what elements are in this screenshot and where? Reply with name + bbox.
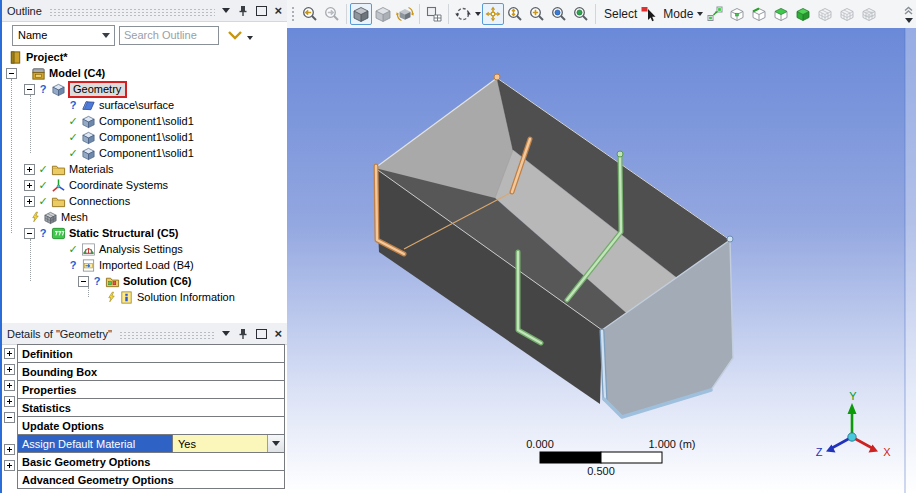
tree-item-model[interactable]: Model (C4) — [2, 65, 285, 81]
viewports-button[interactable] — [423, 3, 445, 25]
expand-expander[interactable] — [24, 164, 35, 175]
tree-item-solid1[interactable]: ✓ Component1\solid1 — [2, 113, 285, 129]
details-expander-update-options[interactable] — [4, 412, 15, 423]
details-expander-properties[interactable] — [4, 380, 15, 391]
question-status-icon: ? — [37, 227, 49, 239]
close-icon[interactable]: × — [274, 329, 282, 339]
mode-label[interactable]: Mode — [663, 7, 693, 21]
mesh-icon — [43, 210, 58, 225]
collapse-expander[interactable] — [24, 84, 35, 95]
toolbar-separator — [419, 4, 420, 24]
x-axis-label: X — [883, 446, 891, 458]
tree-item-imported-load[interactable]: ? Imported Load (B4) — [2, 257, 285, 273]
lightning-status-icon — [30, 211, 41, 223]
box-zoom-button[interactable] — [526, 3, 548, 25]
pan-button[interactable] — [482, 3, 504, 25]
extend-selection-button[interactable] — [704, 3, 726, 25]
mode-dropdown-caret[interactable] — [696, 3, 704, 25]
zoom-to-fit-button[interactable] — [548, 3, 570, 25]
close-icon[interactable]: × — [274, 6, 282, 16]
tree-item-static-structural[interactable]: ? Static Structural (C5) — [2, 225, 285, 241]
viewport-right-frame — [905, 28, 916, 493]
toolbar-drag-handle[interactable] — [291, 6, 296, 22]
select-mesh-element-face-button[interactable] — [836, 3, 858, 25]
shaded-exterior-view-button[interactable] — [350, 3, 372, 25]
panel-header-texture — [49, 8, 216, 16]
float-window-icon[interactable] — [256, 6, 267, 16]
graphics-toolbar: Select Mode — [287, 0, 916, 28]
tree-item-solid2[interactable]: ✓ Component1\solid1 — [2, 129, 285, 145]
search-input[interactable] — [119, 26, 219, 45]
details-expander-basic-geometry-options[interactable] — [4, 444, 15, 455]
details-category-update-options[interactable]: Update Options — [17, 416, 285, 435]
wireframe-view-button[interactable] — [372, 3, 394, 25]
details-category-basic-geometry-options[interactable]: Basic Geometry Options — [17, 452, 285, 471]
select-edge-button[interactable] — [748, 3, 770, 25]
details-panel-title: Details of "Geometry" — [7, 328, 112, 340]
tree-item-solution[interactable]: ? Solution (C6) — [2, 273, 285, 289]
details-expander-statistics[interactable] — [4, 396, 15, 407]
property-label-assign-default-material[interactable]: Assign Default Material — [18, 435, 172, 452]
check-status-icon: ✓ — [67, 131, 79, 144]
details-expander-advanced-geometry-options[interactable] — [4, 460, 15, 471]
annotation-highlight-box: Geometry — [68, 81, 127, 98]
graphics-viewport[interactable]: 0.000 1.000 (m) 0.500 Y X Z — [287, 28, 916, 493]
expand-expander[interactable] — [24, 180, 35, 191]
details-category-definition[interactable]: Definition — [17, 344, 285, 363]
dropdown-button[interactable] — [267, 435, 284, 452]
tree-item-project[interactable]: Project* — [2, 49, 285, 65]
pin-icon[interactable] — [237, 5, 249, 17]
collapse-expander[interactable] — [6, 68, 17, 79]
float-window-icon[interactable] — [256, 329, 267, 339]
zoom-button[interactable] — [504, 3, 526, 25]
tree-item-solid3[interactable]: ✓ Component1\solid1 — [2, 145, 285, 161]
select-face-button[interactable] — [770, 3, 792, 25]
details-category-bounding-box[interactable]: Bounding Box — [17, 362, 285, 381]
toolbar-options-caret-icon[interactable] — [905, 18, 913, 23]
select-mesh-element-button[interactable] — [858, 3, 880, 25]
details-category-advanced-geometry-options[interactable]: Advanced Geometry Options — [17, 470, 285, 489]
check-status-icon: ✓ — [67, 115, 79, 128]
coordinate-systems-icon — [51, 178, 66, 193]
details-category-properties[interactable]: Properties — [17, 380, 285, 399]
rotate-dropdown-caret[interactable] — [474, 3, 482, 25]
collapse-expander[interactable] — [24, 228, 35, 239]
filter-type-dropdown[interactable]: Name — [12, 25, 115, 46]
search-options-caret-icon[interactable] — [247, 36, 253, 40]
rotate-cube-button[interactable] — [394, 3, 416, 25]
previous-view-button[interactable] — [299, 3, 321, 25]
expand-expander[interactable] — [24, 196, 35, 207]
select-body-button[interactable] — [792, 3, 814, 25]
panel-menu-caret-icon[interactable] — [222, 8, 230, 13]
tree-item-solution-information[interactable]: Solution Information — [2, 289, 285, 305]
property-value-dropdown[interactable]: Yes — [172, 435, 284, 452]
toolbar-separator — [448, 4, 449, 24]
rotate-button[interactable] — [452, 3, 474, 25]
details-category-statistics[interactable]: Statistics — [17, 398, 285, 417]
tree-item-materials[interactable]: ✓ Materials — [2, 161, 285, 177]
panel-menu-caret-icon[interactable] — [222, 331, 230, 336]
select-vertex-button[interactable] — [726, 3, 748, 25]
collapse-expander[interactable] — [78, 276, 89, 287]
details-expander-definition[interactable] — [4, 348, 15, 359]
tree-item-analysis-settings[interactable]: ✓ Analysis Settings — [2, 241, 285, 257]
next-view-button[interactable] — [321, 3, 343, 25]
expand-search-chevron-icon[interactable] — [227, 29, 243, 41]
details-expander-bounding-box[interactable] — [4, 364, 15, 375]
tree-item-mesh[interactable]: Mesh — [2, 209, 285, 225]
check-status-icon: ✓ — [67, 147, 79, 160]
toolbar-separator — [595, 4, 596, 24]
select-mesh-node-button[interactable] — [814, 3, 836, 25]
fit-selection-button[interactable] — [570, 3, 592, 25]
check-status-icon: ✓ — [37, 195, 49, 208]
tree-item-connections[interactable]: ✓ Connections — [2, 193, 285, 209]
toolbar-overflow-chevron-icon[interactable] — [903, 6, 914, 16]
ruler-min-label: 0.000 — [526, 438, 554, 450]
tree-item-geometry[interactable]: ? Geometry — [2, 81, 285, 97]
question-status-icon: ? — [67, 99, 79, 111]
check-status-icon: ✓ — [67, 243, 79, 256]
filter-type-value: Name — [18, 29, 47, 41]
tree-item-surface[interactable]: ? surface\surface — [2, 97, 285, 113]
pin-icon[interactable] — [237, 328, 249, 340]
tree-item-coordinate-systems[interactable]: ✓ Coordinate Systems — [2, 177, 285, 193]
